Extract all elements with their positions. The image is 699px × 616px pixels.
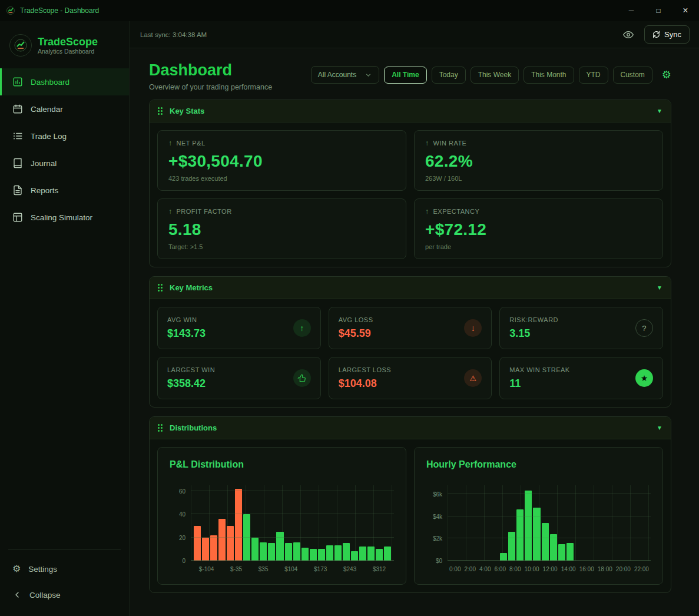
metric-card-avg-win: AVG WIN $143.73 ↑: [157, 307, 321, 349]
maximize-button[interactable]: □: [645, 0, 672, 21]
sidebar-item-dashboard[interactable]: Dashboard: [0, 68, 129, 95]
key-stats-panel-header: Key Stats ▼: [150, 100, 671, 122]
app-logo-icon: [6, 6, 15, 15]
minimize-button[interactable]: ─: [618, 0, 645, 21]
sidebar-item-trade-log[interactable]: Trade Log: [0, 122, 129, 150]
sidebar-nav: Dashboard Calendar Trade Log: [0, 68, 129, 231]
settings-button[interactable]: ⚙ Settings: [0, 556, 129, 582]
x-tick-label: 14:00: [561, 566, 576, 572]
metric-value: $104.08: [339, 377, 392, 390]
brand-logo-icon: [9, 34, 32, 57]
panel-title: Key Stats: [170, 107, 657, 115]
time-filter-ytd[interactable]: YTD: [579, 67, 608, 84]
list-icon: [12, 131, 23, 141]
x-tick-label: $312: [373, 566, 386, 572]
sidebar-item-calendar[interactable]: Calendar: [0, 95, 129, 122]
stat-value: 5.18: [168, 220, 395, 239]
sidebar-item-label: Reports: [31, 186, 58, 195]
bar: [516, 509, 524, 561]
pnl-distribution-chart: 0204060 $-104$-35$35$104$173$243$312: [170, 485, 394, 572]
x-tick-label: $104: [284, 566, 297, 572]
x-tick-label: $243: [343, 566, 356, 572]
gridline: [191, 537, 394, 538]
x-tick-label: 4:00: [479, 566, 491, 572]
thumbs-up-icon: [293, 369, 311, 387]
time-filter-this-week[interactable]: This Week: [471, 67, 519, 84]
time-filter-this-month[interactable]: This Month: [524, 67, 574, 84]
page-header: Dashboard Overview of your trading perfo…: [149, 61, 671, 91]
y-axis-labels: $0$2k$4k$6k: [426, 485, 448, 561]
gear-icon: ⚙: [12, 564, 21, 574]
sync-button[interactable]: Sync: [644, 25, 690, 44]
report-document-icon: [12, 185, 23, 196]
y-tick-label: 20: [179, 534, 185, 541]
metric-card-max-win-streak: MAX WIN STREAK 11 ★: [499, 357, 663, 399]
warning-triangle-icon: ⚠: [464, 369, 482, 387]
time-filter-all-time[interactable]: All Time: [384, 67, 426, 84]
bar: [359, 547, 366, 561]
bar: [310, 549, 317, 561]
sidebar-item-journal[interactable]: Journal: [0, 150, 129, 177]
close-button[interactable]: ×: [672, 0, 699, 21]
stat-sub: per trade: [425, 243, 652, 250]
page-title: Dashboard: [149, 61, 272, 80]
main-area: Last sync: 3:04:38 AM Sync: [130, 21, 699, 616]
bar: [525, 491, 532, 561]
drag-handle-icon[interactable]: [158, 107, 163, 115]
refresh-icon: [652, 31, 660, 38]
x-tick-label: 10:00: [525, 566, 539, 572]
collapse-sidebar-button[interactable]: Collapse: [0, 582, 129, 608]
brand-name: TradeScope: [38, 36, 98, 48]
gridline: [191, 491, 394, 491]
pnl-distribution-chart-card: P&L Distribution 0204060 $-104$-35$35$10…: [157, 447, 406, 585]
stat-sub: Target: >1.5: [168, 243, 395, 250]
drag-handle-icon[interactable]: [158, 284, 163, 292]
y-tick-label: 0: [182, 558, 185, 564]
bar: [326, 545, 333, 561]
sidebar-item-reports[interactable]: Reports: [0, 177, 129, 204]
x-tick-label: 0:00: [449, 566, 461, 572]
y-axis-labels: 0204060: [170, 485, 191, 561]
bar: [384, 547, 391, 561]
simulator-grid-icon: [12, 212, 23, 223]
bar: [567, 543, 574, 561]
chevron-left-icon: [12, 590, 22, 600]
titlebar: TradeScope - Dashboard ─ □ ×: [0, 0, 699, 21]
question-circle-icon[interactable]: ?: [635, 319, 653, 337]
calendar-icon: [12, 104, 23, 114]
arrow-up-icon: ↑: [168, 139, 173, 147]
time-filter-custom[interactable]: Custom: [613, 67, 652, 84]
metric-label: RISK:REWARD: [509, 316, 558, 323]
collapse-panel-chevron-icon[interactable]: ▼: [657, 425, 662, 431]
stat-label: PROFIT FACTOR: [177, 208, 232, 215]
dashboard-settings-gear-icon[interactable]: ⚙: [662, 69, 671, 80]
metric-card-largest-loss: LARGEST LOSS $104.08 ⚠: [329, 357, 492, 399]
chart-title: P&L Distribution: [170, 459, 394, 470]
drag-handle-icon[interactable]: [158, 424, 163, 432]
x-tick-label: 2:00: [465, 566, 476, 572]
x-tick-label: $-35: [230, 566, 242, 572]
collapse-panel-chevron-icon[interactable]: ▼: [657, 284, 662, 291]
sidebar-item-scaling-simulator[interactable]: Scaling Simulator: [0, 204, 129, 231]
collapse-panel-chevron-icon[interactable]: ▼: [657, 108, 662, 114]
bar: [251, 538, 259, 561]
bar: [227, 526, 234, 561]
sidebar-item-label: Dashboard: [31, 78, 69, 87]
sync-label: Sync: [664, 30, 681, 39]
gridline: [448, 516, 651, 516]
hourly-performance-chart-card: Hourly Performance $0$2k$4k$6k 0:002:004…: [414, 447, 663, 585]
time-filter-today[interactable]: Today: [432, 67, 466, 84]
stat-card-net-pnl: ↑NET P&L +$30,504.70 423 trades executed: [157, 130, 406, 191]
visibility-toggle-button[interactable]: [620, 26, 637, 44]
bar: [210, 535, 217, 561]
x-tick-label: 12:00: [543, 566, 558, 572]
account-filter-select[interactable]: All Accounts: [311, 66, 379, 84]
last-sync-text: Last sync: 3:04:38 AM: [140, 31, 620, 38]
bar: [376, 549, 383, 561]
bar: [558, 544, 565, 561]
bar: [351, 551, 358, 561]
x-tick-label: 18:00: [598, 566, 612, 572]
x-tick-label: $-104: [199, 566, 214, 572]
gridline: [448, 494, 651, 494]
metric-card-risk-reward: RISK:REWARD 3.15 ?: [499, 307, 663, 349]
